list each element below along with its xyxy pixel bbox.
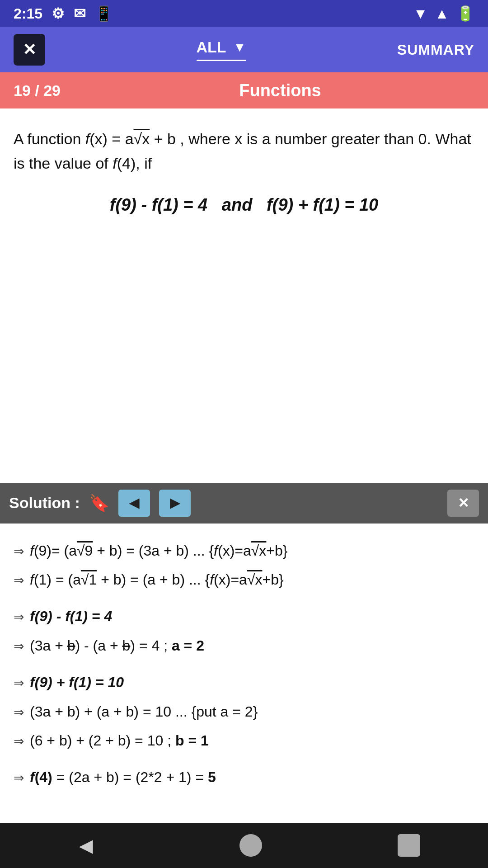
sol-text-2: f(1) = (a√1 + b) = (a + b) ... {f(x)=a√x… (30, 566, 284, 594)
status-left: 2:15 ⚙ ✉ 📱 (14, 5, 113, 22)
sol-text-3: f(9) - f(1) = 4 (30, 603, 112, 630)
sol-line-8: ⇒ f(4) = (2a + b) = (2*2 + 1) = 5 (14, 764, 474, 791)
sol-line-5: ⇒ f(9) + f(1) = 10 (14, 669, 474, 696)
progress-count: 19 / 29 (14, 82, 86, 99)
back-icon: ◀ (79, 835, 93, 856)
sol-text-7: (6 + b) + (2 + b) = 10 ; b = 1 (30, 727, 209, 755)
math-equation: f(9) - f(1) = 4 and f(9) + f(1) = 10 (14, 189, 474, 220)
arrow-7: ⇒ (14, 729, 24, 753)
all-dropdown[interactable]: ALL ▼ (197, 38, 246, 61)
phone-icon: 📱 (95, 5, 113, 22)
sol-line-6: ⇒ (3a + b) + (a + b) = 10 ... {put a = 2… (14, 698, 474, 726)
solution-label: Solution : (9, 494, 80, 512)
chevron-down-icon: ▼ (234, 40, 246, 55)
question-area: A function f(x) = a√x + b , where x is a… (0, 108, 488, 483)
wifi-icon: ▼ (413, 5, 428, 22)
sol-line-7: ⇒ (6 + b) + (2 + b) = 10 ; b = 1 (14, 727, 474, 755)
sol-text-8: f(4) = (2a + b) = (2*2 + 1) = 5 (30, 764, 216, 791)
arrow-2: ⇒ (14, 568, 24, 592)
solution-content: ⇒ f(9)= (a√9 + b) = (3a + b) ... {f(x)=a… (0, 524, 488, 823)
sol-line-4: ⇒ (3a + b) - (a + b) = 4 ; a = 2 (14, 632, 474, 660)
recents-button[interactable] (398, 834, 420, 857)
progress-bar: 19 / 29 Functions (0, 72, 488, 108)
next-button[interactable]: ▶ (159, 490, 191, 517)
arrow-5: ⇒ (14, 671, 24, 695)
arrow-3: ⇒ (14, 605, 24, 629)
sol-text-1: f(9)= (a√9 + b) = (3a + b) ... {f(x)=a√x… (30, 537, 288, 565)
status-time: 2:15 (14, 5, 42, 22)
topic-title: Functions (86, 81, 474, 100)
arrow-4: ⇒ (14, 634, 24, 658)
gear-icon: ⚙ (52, 5, 65, 22)
all-label: ALL (197, 38, 226, 56)
arrow-1: ⇒ (14, 539, 24, 563)
status-right: ▼ ▲ 🔋 (413, 5, 474, 22)
prev-button[interactable]: ◀ (118, 490, 150, 517)
question-text: A function f(x) = a√x + b , where x is a… (14, 127, 474, 176)
sol-block-3: ⇒ f(9) + f(1) = 10 ⇒ (3a + b) + (a + b) … (14, 669, 474, 755)
arrow-8: ⇒ (14, 766, 24, 790)
home-button[interactable] (239, 834, 262, 857)
solution-bar: Solution : 🔖 ◀ ▶ ✕ (0, 483, 488, 524)
sol-block-4: ⇒ f(4) = (2a + b) = (2*2 + 1) = 5 (14, 764, 474, 791)
sol-line-1: ⇒ f(9)= (a√9 + b) = (3a + b) ... {f(x)=a… (14, 537, 474, 565)
sol-line-3: ⇒ f(9) - f(1) = 4 (14, 603, 474, 630)
bottom-nav: ◀ (0, 823, 488, 868)
signal-icon: ▲ (435, 5, 449, 22)
battery-icon: 🔋 (456, 5, 474, 22)
sol-text-6: (3a + b) + (a + b) = 10 ... {put a = 2} (30, 698, 258, 726)
status-bar: 2:15 ⚙ ✉ 📱 ▼ ▲ 🔋 (0, 0, 488, 27)
sol-block-2: ⇒ f(9) - f(1) = 4 ⇒ (3a + b) - (a + b) =… (14, 603, 474, 660)
arrow-6: ⇒ (14, 700, 24, 724)
sol-line-2: ⇒ f(1) = (a√1 + b) = (a + b) ... {f(x)=a… (14, 566, 474, 594)
sol-block-1: ⇒ f(9)= (a√9 + b) = (3a + b) ... {f(x)=a… (14, 537, 474, 594)
close-icon: ✕ (23, 40, 36, 59)
summary-button[interactable]: SUMMARY (397, 42, 474, 58)
bookmark-icon[interactable]: 🔖 (89, 494, 109, 513)
mail-icon: ✉ (74, 5, 86, 22)
top-bar: ✕ ALL ▼ SUMMARY (0, 27, 488, 72)
back-button[interactable]: ◀ (68, 832, 104, 859)
sol-text-5: f(9) + f(1) = 10 (30, 669, 124, 696)
close-button[interactable]: ✕ (14, 34, 45, 66)
close-solution-button[interactable]: ✕ (447, 490, 479, 517)
sol-text-4: (3a + b) - (a + b) = 4 ; a = 2 (30, 632, 204, 660)
close-solution-icon: ✕ (458, 495, 469, 511)
